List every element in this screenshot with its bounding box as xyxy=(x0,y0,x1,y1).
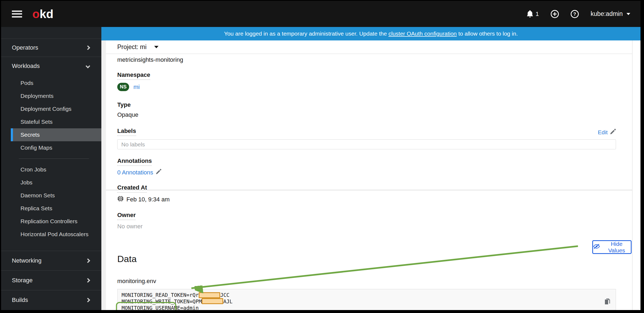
page-gutter xyxy=(101,40,106,310)
namespace-link[interactable]: mi xyxy=(133,84,140,91)
section-divider xyxy=(106,190,632,190)
hide-values-button[interactable]: Hide Values xyxy=(592,240,632,254)
sidebar-item-cron-jobs[interactable]: Cron Jobs xyxy=(1,163,101,176)
chevron-down-icon xyxy=(86,64,90,68)
username: kube:admin xyxy=(591,10,623,18)
add-button[interactable] xyxy=(551,10,559,18)
namespace-badge: NS xyxy=(117,83,129,91)
sidebar-item-storage[interactable]: Storage xyxy=(1,270,101,290)
notifications-button[interactable]: 1 xyxy=(526,10,539,18)
okd-logo: okd xyxy=(32,8,53,20)
sidebar-item-pods[interactable]: Pods xyxy=(1,77,101,90)
chevron-right-icon xyxy=(86,278,90,283)
redaction-box xyxy=(199,292,220,298)
sidebar-item-jobs[interactable]: Jobs xyxy=(1,176,101,189)
subnav-divider xyxy=(19,159,89,159)
project-dropdown[interactable]: Project: mi xyxy=(106,40,632,54)
pencil-icon[interactable] xyxy=(156,169,161,176)
sidebar-item-stateful-sets[interactable]: Stateful Sets xyxy=(1,115,101,128)
vertical-scrollbar[interactable] xyxy=(632,40,640,310)
workloads-subnav: Pods Deployments Deployment Configs Stat… xyxy=(1,75,101,251)
created-at-value: Feb 10, 9:34 am xyxy=(126,196,170,203)
pencil-icon xyxy=(610,129,616,136)
sidebar-item-secrets[interactable]: Secrets xyxy=(11,128,101,141)
user-menu[interactable]: kube:admin xyxy=(591,10,630,18)
secret-data-block: MONITORING_READ_TOKEN=rQrJCC MONITORING_… xyxy=(117,289,616,310)
globe-icon xyxy=(117,195,124,204)
sidebar-item-replica-sets[interactable]: Replica Sets xyxy=(1,202,101,215)
sidebar-item-deployments[interactable]: Deployments xyxy=(1,90,101,102)
sidebar-item-workloads[interactable]: Workloads xyxy=(1,57,101,75)
owner-label: Owner xyxy=(117,212,616,220)
sidebar-item-daemon-sets[interactable]: Daemon Sets xyxy=(1,189,101,202)
hamburger-icon[interactable] xyxy=(12,11,22,18)
sidebar-top-spacer xyxy=(1,27,101,39)
annotations-label: Annotations xyxy=(117,157,616,166)
data-section-heading: Data xyxy=(117,254,616,264)
redaction-box xyxy=(202,298,223,304)
sidebar-item-config-maps[interactable]: Config Maps xyxy=(1,141,101,154)
caret-down-icon xyxy=(154,46,159,48)
secret-name: metricinsights-monitoring xyxy=(117,56,616,63)
sidebar-item-builds[interactable]: Builds xyxy=(1,290,101,310)
notification-count: 1 xyxy=(536,11,539,18)
edit-labels-link[interactable]: Edit xyxy=(598,129,616,136)
labels-empty-box: No labels xyxy=(117,139,616,149)
help-circle-icon: ? xyxy=(571,10,579,18)
help-button[interactable]: ? xyxy=(571,10,579,18)
main-content: Project: mi metricinsights-monitoring Na… xyxy=(106,40,632,310)
sidebar-item-deployment-configs[interactable]: Deployment Configs xyxy=(1,102,101,115)
masthead: okd 1 ? kube:admin xyxy=(1,1,640,27)
type-label: Type xyxy=(117,101,616,108)
okd-console-window: okd 1 ? kube:admin xyxy=(1,1,640,310)
annotations-link[interactable]: 0 Annotations xyxy=(117,169,153,176)
sidebar-item-horizontal-pod-autoscalers[interactable]: Horizontal Pod Autoscalers xyxy=(1,228,101,241)
sidebar-item-networking[interactable]: Networking xyxy=(1,251,101,270)
chevron-right-icon xyxy=(86,46,90,50)
svg-text:?: ? xyxy=(573,12,576,17)
type-value: Opaque xyxy=(117,111,616,118)
owner-value: No owner xyxy=(117,223,143,230)
env-file-name: monitoring.env xyxy=(117,278,616,285)
labels-label: Labels xyxy=(117,128,136,136)
caret-down-icon xyxy=(626,13,630,15)
temp-admin-banner: You are logged in as a temporary adminis… xyxy=(101,27,640,40)
chevron-right-icon xyxy=(86,298,90,302)
eye-slash-icon xyxy=(593,243,600,251)
chevron-right-icon xyxy=(86,259,90,263)
bell-icon xyxy=(526,10,533,18)
cluster-oauth-configuration-link[interactable]: cluster OAuth configuration xyxy=(388,30,457,37)
sidebar-item-operators[interactable]: Operators xyxy=(1,39,101,57)
plus-circle-icon xyxy=(551,10,559,18)
sidebar-item-replication-controllers[interactable]: Replication Controllers xyxy=(1,215,101,228)
created-at-label: Created At xyxy=(117,184,616,192)
copy-icon[interactable] xyxy=(573,291,611,310)
sidebar: Operators Workloads Pods Deployments Dep… xyxy=(1,27,101,310)
namespace-label: Namespace xyxy=(117,71,616,80)
